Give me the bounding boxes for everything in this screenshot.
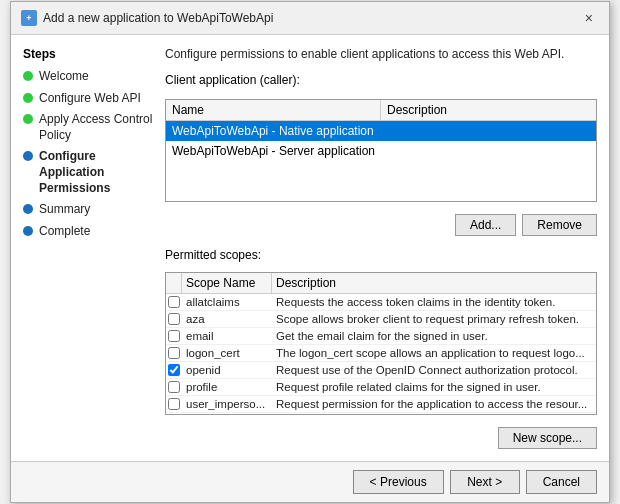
scope-name-2: email [182, 328, 272, 344]
step-dot-summary [23, 204, 33, 214]
scope-row-3: logon_certThe logon_cert scope allows an… [166, 345, 596, 362]
step-label-apply-access-control-policy: Apply Access Control Policy [39, 112, 153, 143]
scopes-table: Scope Name Description allatclaimsReques… [165, 272, 597, 415]
scope-check-5 [166, 379, 182, 395]
step-apply-access-control-policy: Apply Access Control Policy [23, 112, 153, 143]
new-scope-button[interactable]: New scope... [498, 427, 597, 449]
scope-name-6: user_imperso... [182, 396, 272, 412]
description-text: Configure permissions to enable client a… [165, 47, 597, 61]
main-panel: Configure permissions to enable client a… [165, 47, 597, 449]
dialog-container: + Add a new application to WebApiToWebAp… [10, 1, 610, 503]
scope-check-7 [166, 413, 182, 414]
remove-button[interactable]: Remove [522, 214, 597, 236]
title-icon: + [21, 10, 37, 26]
cancel-button[interactable]: Cancel [526, 470, 597, 494]
client-section-label: Client application (caller): [165, 73, 597, 87]
scope-name-1: aza [182, 311, 272, 327]
client-btn-row: Add... Remove [165, 214, 597, 236]
step-configure-application-permissions: Configure Application Permissions [23, 149, 153, 196]
scope-name-0: allatclaims [182, 294, 272, 310]
scope-name-7: vpn_cert [182, 413, 272, 414]
title-text: Add a new application to WebApiToWebApi [43, 11, 273, 25]
client-row-0-desc [381, 124, 590, 138]
scope-row-2: emailGet the email claim for the signed … [166, 328, 596, 345]
client-col-name: Name [166, 100, 381, 120]
step-summary: Summary [23, 202, 153, 218]
client-row-0-name: WebApiToWebApi - Native application [172, 124, 381, 138]
client-col-description: Description [381, 100, 596, 120]
step-label-welcome: Welcome [39, 69, 89, 85]
scope-row-4: openidRequest use of the OpenID Connect … [166, 362, 596, 379]
scope-check-2 [166, 328, 182, 344]
step-dot-configure-application-permissions [23, 151, 33, 161]
scope-name-3: logon_cert [182, 345, 272, 361]
scope-desc-6: Request permission for the application t… [272, 396, 596, 412]
scope-check-0 [166, 294, 182, 310]
scope-checkbox-4[interactable] [168, 364, 180, 376]
scope-row-0: allatclaimsRequests the access token cla… [166, 294, 596, 311]
title-bar-left: + Add a new application to WebApiToWebAp… [21, 10, 273, 26]
step-label-configure-web-api: Configure Web API [39, 91, 141, 107]
client-row-1[interactable]: WebApiToWebApi - Server application [166, 141, 596, 161]
scope-check-6 [166, 396, 182, 412]
client-table-body: WebApiToWebApi - Native application WebA… [166, 121, 596, 201]
steps-panel: Steps Welcome Configure Web API Apply Ac… [23, 47, 153, 449]
scope-check-3 [166, 345, 182, 361]
steps-heading: Steps [23, 47, 153, 61]
step-dot-configure-web-api [23, 93, 33, 103]
scopes-body: allatclaimsRequests the access token cla… [166, 294, 596, 414]
step-dot-welcome [23, 71, 33, 81]
scope-desc-2: Get the email claim for the signed in us… [272, 328, 596, 344]
scopes-header: Scope Name Description [166, 273, 596, 294]
scope-checkbox-6[interactable] [168, 398, 180, 410]
scope-checkbox-3[interactable] [168, 347, 180, 359]
step-dot-complete [23, 226, 33, 236]
step-configure-web-api: Configure Web API [23, 91, 153, 107]
scope-checkbox-1[interactable] [168, 313, 180, 325]
footer: < Previous Next > Cancel [11, 461, 609, 502]
scope-name-4: openid [182, 362, 272, 378]
client-table-header: Name Description [166, 100, 596, 121]
step-label-complete: Complete [39, 224, 90, 240]
scope-desc-7: The vpn_cert scope allows a client to re… [272, 413, 596, 414]
scope-name-5: profile [182, 379, 272, 395]
scope-checkbox-5[interactable] [168, 381, 180, 393]
scope-desc-3: The logon_cert scope allows an applicati… [272, 345, 596, 361]
scope-checkbox-2[interactable] [168, 330, 180, 342]
scopes-col-name: Scope Name [182, 273, 272, 293]
scope-row-7: vpn_certThe vpn_cert scope allows a clie… [166, 413, 596, 414]
step-label-configure-application-permissions: Configure Application Permissions [39, 149, 153, 196]
step-label-summary: Summary [39, 202, 90, 218]
scope-row-5: profileRequest profile related claims fo… [166, 379, 596, 396]
scope-checkbox-0[interactable] [168, 296, 180, 308]
new-scope-row: New scope... [165, 427, 597, 449]
client-table: Name Description WebApiToWebApi - Native… [165, 99, 597, 202]
scope-desc-1: Scope allows broker client to request pr… [272, 311, 596, 327]
add-button[interactable]: Add... [455, 214, 516, 236]
scope-row-6: user_imperso...Request permission for th… [166, 396, 596, 413]
client-row-1-name: WebApiToWebApi - Server application [172, 144, 381, 158]
client-row-1-desc [381, 144, 590, 158]
step-complete: Complete [23, 224, 153, 240]
scope-row-1: azaScope allows broker client to request… [166, 311, 596, 328]
client-row-0[interactable]: WebApiToWebApi - Native application [166, 121, 596, 141]
step-welcome: Welcome [23, 69, 153, 85]
close-button[interactable]: × [579, 8, 599, 28]
permitted-scopes-label: Permitted scopes: [165, 248, 597, 262]
scope-desc-4: Request use of the OpenID Connect author… [272, 362, 596, 378]
scope-desc-5: Request profile related claims for the s… [272, 379, 596, 395]
scope-desc-0: Requests the access token claims in the … [272, 294, 596, 310]
step-dot-apply-access-control-policy [23, 114, 33, 124]
dialog-content: Steps Welcome Configure Web API Apply Ac… [11, 35, 609, 461]
next-button[interactable]: Next > [450, 470, 520, 494]
scope-check-4 [166, 362, 182, 378]
previous-button[interactable]: < Previous [353, 470, 444, 494]
scope-check-1 [166, 311, 182, 327]
title-bar: + Add a new application to WebApiToWebAp… [11, 2, 609, 35]
scopes-col-check [166, 273, 182, 293]
scopes-col-desc: Description [272, 273, 596, 293]
